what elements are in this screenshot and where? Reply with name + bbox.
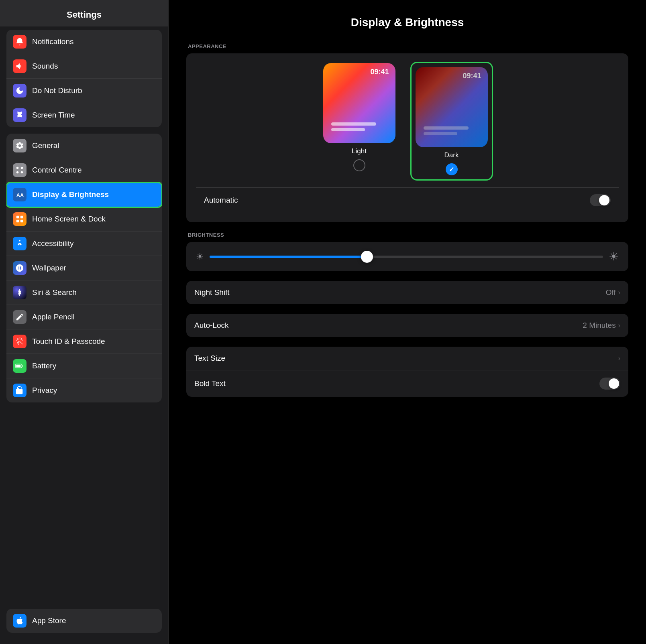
controlcentre-icon xyxy=(13,163,26,177)
light-bar-2 xyxy=(331,128,365,131)
touchid-label: Touch ID & Passcode xyxy=(32,337,105,346)
appstore-label: App Store xyxy=(32,616,66,625)
donotdisturb-label: Do Not Disturb xyxy=(32,86,82,95)
night-shift-card: Night Shift Off › xyxy=(186,281,628,304)
sidebar-item-notifications[interactable]: Notifications xyxy=(6,30,162,54)
bold-text-label: Bold Text xyxy=(194,379,226,388)
screentime-label: Screen Time xyxy=(32,111,75,120)
wallpaper-icon xyxy=(13,261,26,275)
controlcentre-label: Control Centre xyxy=(32,166,82,175)
dark-radio[interactable]: ✓ xyxy=(446,163,458,175)
accessibility-label: Accessibility xyxy=(32,239,73,248)
sidebar-item-screentime[interactable]: Screen Time xyxy=(6,103,162,127)
dark-label: Dark xyxy=(444,151,459,159)
sidebar-title: Settings xyxy=(0,0,168,26)
dark-bar-2 xyxy=(424,132,457,135)
bold-text-toggle-thumb xyxy=(609,378,619,389)
svg-text:AA: AA xyxy=(16,192,24,198)
battery-label: Battery xyxy=(32,362,56,370)
sidebar-item-applepencil[interactable]: Apple Pencil xyxy=(6,305,162,329)
brightness-slider-container: ☀ ☀ xyxy=(186,242,628,271)
homescreen-label: Home Screen & Dock xyxy=(32,215,106,223)
privacy-label: Privacy xyxy=(32,386,57,395)
svg-rect-6 xyxy=(20,216,23,218)
sidebar-group-2: General Control Centre AA Display & Brig… xyxy=(6,134,162,402)
notifications-label: Notifications xyxy=(32,37,74,46)
svg-rect-12 xyxy=(16,365,20,367)
svg-point-9 xyxy=(19,240,20,242)
appstore-icon xyxy=(13,614,26,628)
sidebar-item-touchid[interactable]: Touch ID & Passcode xyxy=(6,329,162,354)
sidebar-item-donotdisturb[interactable]: Do Not Disturb xyxy=(6,79,162,103)
sidebar-standalone-appstore: App Store xyxy=(6,609,162,633)
siri-icon xyxy=(13,286,26,299)
screentime-icon xyxy=(13,108,26,122)
bold-text-toggle[interactable] xyxy=(599,378,620,390)
light-radio[interactable] xyxy=(353,159,365,171)
sidebar-item-display[interactable]: AA Display & Brightness xyxy=(6,183,162,207)
sidebar-bottom: App Store xyxy=(0,605,168,644)
sidebar-group-1: Notifications Sounds Do Not Disturb Scre… xyxy=(6,30,162,127)
sun-small-icon: ☀ xyxy=(196,252,204,262)
brightness-fill xyxy=(210,256,367,258)
page-title: Display & Brightness xyxy=(186,16,628,29)
svg-point-10 xyxy=(18,291,21,294)
svg-rect-7 xyxy=(16,220,19,222)
sidebar-item-appstore[interactable]: App Store xyxy=(6,609,162,633)
automatic-row: Automatic xyxy=(196,187,619,213)
donotdisturb-icon xyxy=(13,84,26,98)
display-icon: AA xyxy=(13,188,26,201)
text-size-row[interactable]: Text Size › xyxy=(186,347,628,370)
svg-point-3 xyxy=(21,171,23,174)
dark-time: 09:41 xyxy=(463,72,481,80)
appearance-card: 09:41 Light 09:41 xyxy=(186,53,628,222)
sidebar-item-privacy[interactable]: Privacy xyxy=(6,378,162,402)
sidebar-item-controlcentre[interactable]: Control Centre xyxy=(6,158,162,183)
sidebar-item-general[interactable]: General xyxy=(6,134,162,158)
homescreen-icon xyxy=(13,212,26,226)
sidebar: Settings Notifications Sounds Do Not Dis… xyxy=(0,0,169,644)
brightness-slider[interactable] xyxy=(210,256,603,258)
light-label: Light xyxy=(352,147,367,155)
siri-label: Siri & Search xyxy=(32,288,77,297)
sidebar-item-sounds[interactable]: Sounds xyxy=(6,54,162,79)
dark-option[interactable]: 09:41 Dark ✓ xyxy=(412,63,492,179)
touchid-icon xyxy=(13,335,26,348)
brightness-thumb[interactable] xyxy=(361,251,373,263)
dark-preview: 09:41 xyxy=(416,67,488,147)
applepencil-label: Apple Pencil xyxy=(32,313,75,321)
sidebar-item-accessibility[interactable]: Accessibility xyxy=(6,232,162,256)
appearance-options: 09:41 Light 09:41 xyxy=(196,63,619,179)
light-time: 09:41 xyxy=(370,68,389,76)
night-shift-value: Off › xyxy=(606,288,620,297)
wallpaper-label: Wallpaper xyxy=(32,264,66,272)
auto-lock-row[interactable]: Auto-Lock 2 Minutes › xyxy=(186,314,628,337)
sidebar-item-wallpaper[interactable]: Wallpaper xyxy=(6,256,162,280)
display-label: Display & Brightness xyxy=(32,190,109,199)
automatic-toggle[interactable] xyxy=(590,194,611,206)
notifications-icon xyxy=(13,35,26,49)
light-option[interactable]: 09:41 Light xyxy=(323,63,395,179)
automatic-toggle-thumb xyxy=(599,195,609,205)
night-shift-row[interactable]: Night Shift Off › xyxy=(186,281,628,304)
svg-rect-8 xyxy=(20,220,23,222)
night-shift-value-text: Off xyxy=(606,288,616,297)
svg-point-2 xyxy=(16,171,19,174)
applepencil-icon xyxy=(13,310,26,324)
auto-lock-card: Auto-Lock 2 Minutes › xyxy=(186,314,628,337)
light-bars xyxy=(331,122,387,131)
sidebar-item-homescreen[interactable]: Home Screen & Dock xyxy=(6,207,162,232)
accessibility-icon xyxy=(13,237,26,250)
brightness-row: ☀ ☀ xyxy=(196,250,619,263)
sidebar-item-battery[interactable]: Battery xyxy=(6,354,162,378)
night-shift-chevron: › xyxy=(618,289,620,296)
svg-rect-5 xyxy=(16,216,19,218)
general-icon xyxy=(13,139,26,152)
sun-large-icon: ☀ xyxy=(609,250,619,263)
light-preview: 09:41 xyxy=(323,63,395,143)
general-label: General xyxy=(32,141,59,150)
auto-lock-label: Auto-Lock xyxy=(194,321,229,330)
dark-bar-1 xyxy=(424,126,469,130)
sidebar-item-siri[interactable]: Siri & Search xyxy=(6,280,162,305)
svg-point-0 xyxy=(16,167,19,169)
